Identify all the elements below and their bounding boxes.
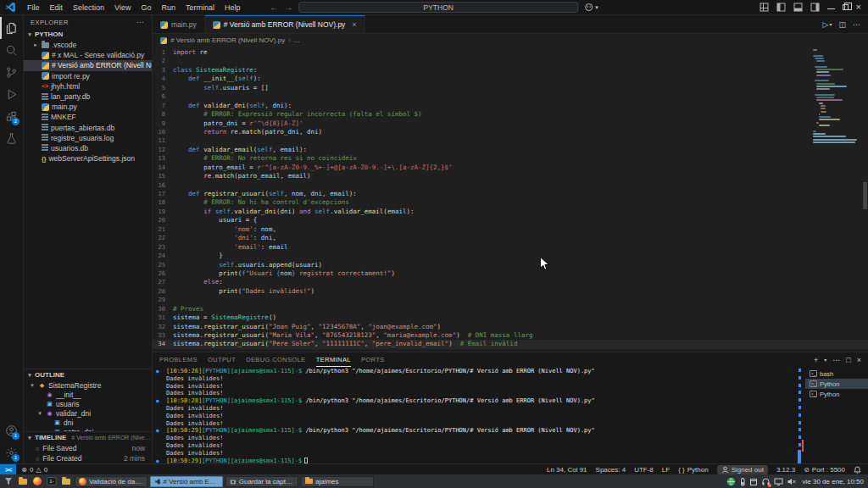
menu-file[interactable]: File [22,0,45,15]
section-outline[interactable]: ▾ OUTLINE [24,369,152,380]
more-actions-icon[interactable]: ⋯ [853,20,860,29]
timeline-file-created[interactable]: ○File Created2 mins [24,453,152,463]
status-python[interactable]: { }Python [678,466,708,474]
toggle-panel-icon[interactable] [793,3,803,12]
taskbar-window-ajaimes[interactable]: ajaimes [301,476,374,487]
status-warnings[interactable]: △0 [36,466,48,474]
folder-launcher-icon[interactable] [60,476,72,487]
status-ln-34-col-91[interactable]: Ln 34, Col 91 [547,466,587,474]
code-line-34[interactable]: 34sistema.registrar_usuari("Pere Soler",… [153,340,868,348]
code-line-33[interactable]: 33sistema.registrar_usuari("Maria Vila",… [153,331,868,340]
command-decoration-icon[interactable]: ● [156,368,159,375]
command-decoration-icon[interactable]: ● [156,458,159,463]
breadcrumb-more[interactable]: ... [294,36,300,44]
file-webserverapisettings-json[interactable]: {}webServerApiSettings.json [24,153,152,164]
terminal-output[interactable]: ●[10:50:26][PYTHON][ajaimes@smx1-115]-$ … [153,367,797,463]
status-lf[interactable]: LF [662,466,670,474]
activity-account[interactable]: 1 [0,419,23,441]
command-decoration-icon[interactable]: ● [156,397,159,405]
menu-terminal[interactable]: Terminal [181,0,220,15]
package-icon[interactable] [749,477,758,486]
breadcrumb[interactable]: # Versió amb ERROR (Nivell NOV).py › ... [153,34,868,47]
status-spaces-4[interactable]: Spaces: 4 [596,466,626,474]
status-port-5500[interactable]: ⊘Port : 5500 [804,466,845,474]
code-line-4[interactable]: 4 def __init__(self): [153,75,868,83]
code-line-32[interactable]: 32sistema.registrar_usuari("Joan Puig", … [153,323,868,331]
file-mnkef[interactable]: MNKEF [24,112,152,122]
code-line-5[interactable]: 5 self.usuaris = [] [153,84,868,92]
code-line-11[interactable]: 11 [153,136,868,145]
outline-init[interactable]: ◉__init__ [24,390,152,399]
clock[interactable]: vie 30 de ene, 10:50 [799,478,864,485]
code-line-15[interactable]: 15 re.match(patro_email, email) [153,172,868,180]
terminal-tab-python[interactable]: >_Python [805,389,868,399]
display-icon[interactable] [774,477,783,486]
code-line-3[interactable]: 3class SistemaRegistre: [153,66,868,75]
show-desktop-icon[interactable] [3,476,14,487]
panel-tab-problems[interactable]: PROBLEMS [159,352,198,367]
copilot-menu[interactable]: ▾ [584,3,598,12]
activity-run-debug[interactable] [0,83,23,105]
file-import-re-py[interactable]: import re.py [24,71,152,81]
menu-view[interactable]: View [109,0,136,15]
taskbar-window-versi-amb-erro[interactable]: # Versió amb ERRO... [150,476,223,487]
file-jhyh-html[interactable]: <>jhyh.html [24,81,152,92]
customize-layout-icon[interactable] [760,3,769,12]
activity-explorer[interactable] [0,17,23,39]
editor-scrollbar[interactable] [863,182,867,209]
section-python[interactable]: ▾ PYTHON [24,29,152,40]
status-signed-out[interactable]: Signed out [717,465,768,474]
code-line-13[interactable]: 13 # ERROR: No retorna res si no coincid… [153,154,868,163]
code-line-23[interactable]: 23 'email': email [153,243,868,252]
tab-main-py[interactable]: main.py [153,15,205,33]
menu-go[interactable]: Go [136,0,156,15]
command-center-search-input[interactable] [298,2,578,13]
code-line-9[interactable]: 9 patro_dni = r'^\d{8}[A-Z]' [153,119,868,128]
restore-button[interactable] [843,4,849,10]
code-line-29[interactable]: 29 [153,296,868,304]
code-line-14[interactable]: 14 patro_email = r'^[a-zA-Z0-9._%+-]+@[a… [153,164,868,172]
firefox-launcher-icon[interactable] [31,476,43,487]
headphones-icon[interactable] [761,477,771,486]
close-panel-icon[interactable]: × [857,356,861,364]
activity-search[interactable] [0,39,23,61]
code-line-19[interactable]: 19 if self.validar_dni(dni) and self.val… [153,208,868,216]
network-globe-icon[interactable] [726,477,736,486]
run-python-file-button[interactable]: ▷▾ [823,20,832,29]
tab-versi-amb-error-nivell-nov-py[interactable]: # Versió amb ERROR (Nivell NOV).py× [205,15,365,33]
status-3-12-3[interactable]: 3.12.3 [776,466,795,474]
code-line-20[interactable]: 20 usuari = { [153,216,868,225]
file-vscode[interactable]: ▸.vscode [24,40,152,50]
code-line-2[interactable]: 2 [153,57,868,65]
file-manager-launcher-icon[interactable] [17,476,29,487]
file-x-mal-sense-validaci-py[interactable]: # x MAL - Sense validació.py [24,50,152,60]
minimap[interactable] [813,49,864,144]
outline-validar-dni[interactable]: ▾◉validar_dni [24,408,152,418]
status-errors[interactable]: ⊗0 [21,466,33,474]
code-line-26[interactable]: 26 print(f"Usuari {nom} registrat correc… [153,269,868,278]
split-editor-icon[interactable]: ◫ [838,20,846,29]
more-actions-icon[interactable]: ⋯ [832,356,840,364]
code-line-8[interactable]: 8 # ERROR: Expressió regular incorrecta … [153,110,868,119]
chevron-down-icon[interactable]: ▾ [824,357,826,363]
panel-tab-debug-console[interactable]: DEBUG CONSOLE [246,352,306,367]
toggle-secondary-sidebar-icon[interactable] [810,3,820,12]
status-utf-8[interactable]: UTF-8 [634,466,654,474]
panel-tab-ports[interactable]: PORTS [361,352,385,367]
activity-extensions[interactable]: 2 [0,105,23,127]
timeline-file-saved[interactable]: ○File Savednow [24,443,152,453]
code-line-12[interactable]: 12 def validar_email(self, email): [153,146,868,154]
menu-edit[interactable]: Edit [45,0,69,15]
code-line-16[interactable]: 16 [153,181,868,190]
status-bell[interactable] [854,466,861,474]
taskbar-window-guardar-la-captura[interactable]: Guardar la captura ... [225,476,298,487]
breadcrumb-file[interactable]: # Versió amb ERROR (Nivell NOV).py [170,36,285,44]
code-line-7[interactable]: 7 def validar_dni(self, dni): [153,102,868,110]
terminal-tab-bash[interactable]: >_bash [805,369,868,379]
activity-source-control[interactable] [0,61,23,83]
volume-muted-icon[interactable] [787,477,796,486]
close-window-button[interactable]: × [856,3,861,12]
outline-usuaris[interactable]: ▣usuaris [24,399,152,408]
code-line-24[interactable]: 24 } [153,252,868,260]
code-line-6[interactable]: 6 [153,92,868,101]
